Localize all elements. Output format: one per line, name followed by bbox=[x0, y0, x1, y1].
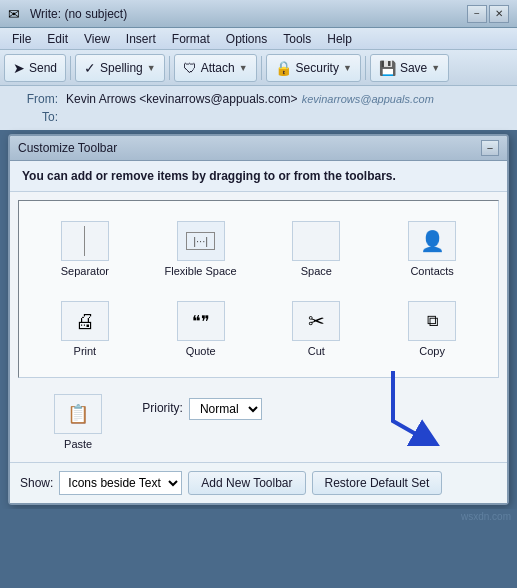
toolbar-separator-2 bbox=[169, 56, 170, 80]
toolbar-item-quote[interactable]: ❝❞ Quote bbox=[147, 293, 255, 365]
contacts-icon-box: 👤 bbox=[408, 221, 456, 261]
priority-container: Priority: Normal bbox=[142, 386, 375, 458]
add-toolbar-button[interactable]: Add New Toolbar bbox=[188, 471, 305, 495]
close-button[interactable]: ✕ bbox=[489, 5, 509, 23]
contacts-icon: 👤 bbox=[420, 229, 445, 253]
cut-icon: ✂ bbox=[308, 309, 325, 333]
security-icon: 🔒 bbox=[275, 60, 292, 76]
menu-view[interactable]: View bbox=[76, 30, 118, 48]
title-bar: ✉ Write: (no subject) − ✕ bbox=[0, 0, 517, 28]
paste-icon: 📋 bbox=[67, 403, 89, 425]
toolbar-item-space[interactable]: Space bbox=[263, 213, 371, 285]
to-label: To: bbox=[8, 110, 58, 124]
cut-label: Cut bbox=[308, 345, 325, 357]
send-button[interactable]: ➤ Send bbox=[4, 54, 66, 82]
send-icon: ➤ bbox=[13, 60, 25, 76]
menu-insert[interactable]: Insert bbox=[118, 30, 164, 48]
toolbar-item-separator[interactable]: Separator bbox=[31, 213, 139, 285]
compose-from-row: From: Kevin Arrows <kevinarrows@appuals.… bbox=[0, 90, 517, 108]
copy-label: Copy bbox=[419, 345, 445, 357]
show-select[interactable]: Icons beside Text Icons Only Text Only bbox=[59, 471, 182, 495]
toolbar-separator-4 bbox=[365, 56, 366, 80]
quote-icon: ❝❞ bbox=[192, 312, 210, 331]
toolbar-item-contacts[interactable]: 👤 Contacts bbox=[378, 213, 486, 285]
paste-label: Paste bbox=[64, 438, 92, 450]
space-label: Space bbox=[301, 265, 332, 277]
quote-label: Quote bbox=[186, 345, 216, 357]
flexible-inner: |···| bbox=[186, 232, 215, 250]
save-label: Save bbox=[400, 61, 427, 75]
paste-icon-box: 📋 bbox=[54, 394, 102, 434]
quote-icon-box: ❝❞ bbox=[177, 301, 225, 341]
show-label: Show: bbox=[20, 476, 53, 490]
restore-default-button[interactable]: Restore Default Set bbox=[312, 471, 443, 495]
menu-format[interactable]: Format bbox=[164, 30, 218, 48]
print-label: Print bbox=[74, 345, 97, 357]
spelling-icon: ✓ bbox=[84, 60, 96, 76]
menu-edit[interactable]: Edit bbox=[39, 30, 76, 48]
space-icon-box bbox=[292, 221, 340, 261]
copy-icon-box: ⧉ bbox=[408, 301, 456, 341]
dialog-title: Customize Toolbar bbox=[18, 141, 117, 155]
attach-arrow: ▼ bbox=[239, 63, 248, 73]
dialog-bottom-bar: Show: Icons beside Text Icons Only Text … bbox=[10, 462, 507, 503]
print-icon: 🖨 bbox=[75, 310, 95, 333]
attach-label: Attach bbox=[201, 61, 235, 75]
main-toolbar: ➤ Send ✓ Spelling ▼ 🛡 Attach ▼ 🔒 Securit… bbox=[0, 50, 517, 86]
toolbar-item-cut[interactable]: ✂ Cut bbox=[263, 293, 371, 365]
dialog-hint: You can add or remove items by dragging … bbox=[10, 161, 507, 192]
separator-icon-box bbox=[61, 221, 109, 261]
toolbar-item-print[interactable]: 🖨 Print bbox=[31, 293, 139, 365]
to-input[interactable] bbox=[66, 110, 509, 124]
app-icon: ✉ bbox=[8, 6, 24, 22]
save-arrow: ▼ bbox=[431, 63, 440, 73]
arrow-container bbox=[383, 386, 495, 458]
toolbar-separator-3 bbox=[261, 56, 262, 80]
toolbar-items-grid: Separator |···| Flexible Space Space 👤 C… bbox=[18, 200, 499, 378]
print-icon-box: 🖨 bbox=[61, 301, 109, 341]
toolbar-separator-1 bbox=[70, 56, 71, 80]
menu-help[interactable]: Help bbox=[319, 30, 360, 48]
blue-arrow-svg bbox=[373, 366, 443, 446]
copy-icon: ⧉ bbox=[427, 312, 438, 330]
menu-bar: File Edit View Insert Format Options Too… bbox=[0, 28, 517, 50]
cut-icon-box: ✂ bbox=[292, 301, 340, 341]
attach-button[interactable]: 🛡 Attach ▼ bbox=[174, 54, 257, 82]
contacts-label: Contacts bbox=[410, 265, 453, 277]
minimize-button[interactable]: − bbox=[467, 5, 487, 23]
priority-select[interactable]: Normal bbox=[189, 398, 262, 420]
menu-tools[interactable]: Tools bbox=[275, 30, 319, 48]
priority-label: Priority: bbox=[142, 398, 183, 415]
menu-file[interactable]: File bbox=[4, 30, 39, 48]
dialog-close-button[interactable]: − bbox=[481, 140, 499, 156]
window-title: Write: (no subject) bbox=[30, 7, 467, 21]
dialog-title-bar: Customize Toolbar − bbox=[10, 136, 507, 161]
compose-to-row: To: bbox=[0, 108, 517, 126]
watermark: wsxdn.com bbox=[0, 509, 517, 524]
flexible-label: Flexible Space bbox=[165, 265, 237, 277]
paste-priority-row: 📋 Paste Priority: Normal bbox=[10, 386, 507, 462]
customize-toolbar-dialog: Customize Toolbar − You can add or remov… bbox=[8, 134, 509, 505]
separator-label: Separator bbox=[61, 265, 109, 277]
compose-area: From: Kevin Arrows <kevinarrows@appuals.… bbox=[0, 86, 517, 130]
spelling-arrow: ▼ bbox=[147, 63, 156, 73]
toolbar-item-copy[interactable]: ⧉ Copy bbox=[378, 293, 486, 365]
attach-icon: 🛡 bbox=[183, 60, 197, 76]
from-email: kevinarrows@appuals.com bbox=[302, 93, 434, 105]
save-button[interactable]: 💾 Save ▼ bbox=[370, 54, 449, 82]
spelling-button[interactable]: ✓ Spelling ▼ bbox=[75, 54, 165, 82]
save-icon: 💾 bbox=[379, 60, 396, 76]
separator-line bbox=[84, 226, 85, 256]
from-label: From: bbox=[8, 92, 58, 106]
menu-options[interactable]: Options bbox=[218, 30, 275, 48]
toolbar-item-paste[interactable]: 📋 Paste bbox=[22, 386, 134, 458]
spelling-label: Spelling bbox=[100, 61, 143, 75]
security-button[interactable]: 🔒 Security ▼ bbox=[266, 54, 361, 82]
send-label: Send bbox=[29, 61, 57, 75]
security-arrow: ▼ bbox=[343, 63, 352, 73]
toolbar-item-flexible-space[interactable]: |···| Flexible Space bbox=[147, 213, 255, 285]
security-label: Security bbox=[296, 61, 339, 75]
flexible-icon-box: |···| bbox=[177, 221, 225, 261]
title-bar-buttons: − ✕ bbox=[467, 5, 509, 23]
from-value: Kevin Arrows <kevinarrows@appuals.com> bbox=[66, 92, 298, 106]
